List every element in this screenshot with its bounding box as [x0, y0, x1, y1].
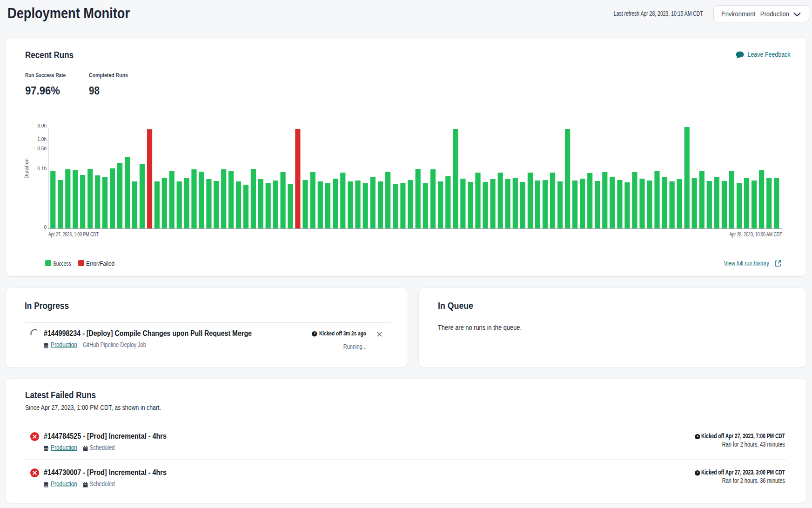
svg-text:1.0h: 1.0h	[37, 137, 47, 142]
svg-text:0.5h: 0.5h	[37, 146, 47, 151]
svg-text:0.1h: 0.1h	[37, 166, 47, 171]
svg-text:Duration: Duration	[24, 158, 29, 178]
svg-text:0: 0	[44, 225, 47, 230]
svg-text:3.0h: 3.0h	[37, 123, 47, 128]
